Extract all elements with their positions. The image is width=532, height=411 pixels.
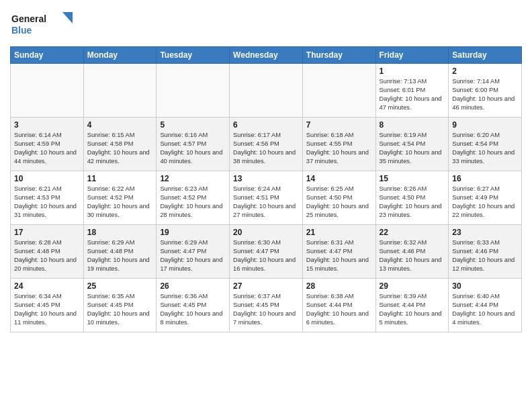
day-info: Sunrise: 6:25 AMSunset: 4:50 PMDaylight:… xyxy=(306,185,372,220)
col-header-wednesday: Wednesday xyxy=(230,47,303,64)
day-info: Sunrise: 6:29 AMSunset: 4:47 PMDaylight:… xyxy=(160,238,226,273)
day-info: Sunrise: 6:14 AMSunset: 4:59 PMDaylight:… xyxy=(14,131,80,166)
calendar-cell: 8Sunrise: 6:19 AMSunset: 4:54 PMDaylight… xyxy=(375,118,449,171)
day-info: Sunrise: 6:38 AMSunset: 4:44 PMDaylight:… xyxy=(306,292,372,327)
day-info: Sunrise: 6:22 AMSunset: 4:52 PMDaylight:… xyxy=(87,185,153,220)
calendar-cell: 29Sunrise: 6:39 AMSunset: 4:44 PMDayligh… xyxy=(375,279,449,332)
calendar-cell xyxy=(302,64,375,118)
day-number: 19 xyxy=(160,228,226,237)
calendar-cell: 13Sunrise: 6:24 AMSunset: 4:51 PMDayligh… xyxy=(230,171,303,225)
col-header-saturday: Saturday xyxy=(449,47,522,64)
calendar-cell: 28Sunrise: 6:38 AMSunset: 4:44 PMDayligh… xyxy=(302,279,375,332)
calendar-cell: 14Sunrise: 6:25 AMSunset: 4:50 PMDayligh… xyxy=(302,171,375,225)
day-number: 10 xyxy=(14,174,80,183)
calendar-cell: 9Sunrise: 6:20 AMSunset: 4:54 PMDaylight… xyxy=(449,118,522,171)
calendar-cell xyxy=(83,64,157,118)
day-info: Sunrise: 6:20 AMSunset: 4:54 PMDaylight:… xyxy=(452,131,518,166)
day-number: 3 xyxy=(14,120,80,130)
day-info: Sunrise: 6:16 AMSunset: 4:57 PMDaylight:… xyxy=(160,131,226,166)
day-info: Sunrise: 6:18 AMSunset: 4:55 PMDaylight:… xyxy=(306,131,372,166)
calendar-cell: 18Sunrise: 6:29 AMSunset: 4:48 PMDayligh… xyxy=(83,225,157,279)
calendar-cell: 12Sunrise: 6:23 AMSunset: 4:52 PMDayligh… xyxy=(157,171,230,225)
calendar-cell: 24Sunrise: 6:34 AMSunset: 4:45 PMDayligh… xyxy=(11,279,84,332)
day-info: Sunrise: 6:27 AMSunset: 4:49 PMDaylight:… xyxy=(452,185,518,220)
day-number: 14 xyxy=(306,174,372,183)
calendar-cell xyxy=(157,64,230,118)
day-info: Sunrise: 6:21 AMSunset: 4:53 PMDaylight:… xyxy=(14,185,80,220)
calendar-cell: 3Sunrise: 6:14 AMSunset: 4:59 PMDaylight… xyxy=(11,118,84,171)
day-number: 27 xyxy=(233,281,299,291)
calendar-cell: 6Sunrise: 6:17 AMSunset: 4:56 PMDaylight… xyxy=(230,118,303,171)
day-number: 5 xyxy=(160,120,226,130)
calendar-cell: 7Sunrise: 6:18 AMSunset: 4:55 PMDaylight… xyxy=(302,118,375,171)
day-number: 1 xyxy=(380,66,445,76)
day-info: Sunrise: 6:23 AMSunset: 4:52 PMDaylight:… xyxy=(160,185,226,220)
calendar-cell: 20Sunrise: 6:30 AMSunset: 4:47 PMDayligh… xyxy=(230,225,303,279)
calendar-page: General Blue SundayMondayTuesdayWednesda… xyxy=(0,0,532,339)
day-number: 29 xyxy=(380,281,445,291)
calendar-cell xyxy=(230,64,303,118)
svg-marker-2 xyxy=(62,12,73,24)
logo: General Blue xyxy=(10,10,74,42)
day-number: 6 xyxy=(233,120,299,130)
calendar-header-row: SundayMondayTuesdayWednesdayThursdayFrid… xyxy=(11,47,522,64)
day-info: Sunrise: 6:31 AMSunset: 4:47 PMDaylight:… xyxy=(306,238,372,273)
calendar-cell: 15Sunrise: 6:26 AMSunset: 4:50 PMDayligh… xyxy=(375,171,449,225)
calendar-cell: 22Sunrise: 6:32 AMSunset: 4:46 PMDayligh… xyxy=(375,225,449,279)
day-info: Sunrise: 6:33 AMSunset: 4:46 PMDaylight:… xyxy=(452,238,518,273)
calendar-week-row: 10Sunrise: 6:21 AMSunset: 4:53 PMDayligh… xyxy=(11,171,522,225)
day-number: 30 xyxy=(452,281,518,291)
calendar-cell: 26Sunrise: 6:36 AMSunset: 4:45 PMDayligh… xyxy=(157,279,230,332)
day-number: 24 xyxy=(14,281,80,291)
day-number: 20 xyxy=(233,228,299,237)
day-info: Sunrise: 6:26 AMSunset: 4:50 PMDaylight:… xyxy=(380,185,445,220)
day-number: 2 xyxy=(452,66,518,76)
day-number: 16 xyxy=(452,174,518,183)
day-info: Sunrise: 6:32 AMSunset: 4:46 PMDaylight:… xyxy=(380,238,445,273)
day-number: 9 xyxy=(452,120,518,130)
col-header-thursday: Thursday xyxy=(302,47,375,64)
day-number: 7 xyxy=(306,120,372,130)
col-header-friday: Friday xyxy=(375,47,449,64)
day-info: Sunrise: 6:37 AMSunset: 4:45 PMDaylight:… xyxy=(233,292,299,327)
calendar-cell: 17Sunrise: 6:28 AMSunset: 4:48 PMDayligh… xyxy=(11,225,84,279)
day-number: 15 xyxy=(380,174,445,183)
day-number: 26 xyxy=(160,281,226,291)
day-info: Sunrise: 6:28 AMSunset: 4:48 PMDaylight:… xyxy=(14,238,80,273)
day-number: 23 xyxy=(452,228,518,237)
svg-text:Blue: Blue xyxy=(11,25,32,36)
day-number: 8 xyxy=(380,120,445,130)
calendar-cell: 4Sunrise: 6:15 AMSunset: 4:58 PMDaylight… xyxy=(83,118,157,171)
day-info: Sunrise: 6:15 AMSunset: 4:58 PMDaylight:… xyxy=(87,131,153,166)
calendar-table: SundayMondayTuesdayWednesdayThursdayFrid… xyxy=(10,46,522,332)
day-info: Sunrise: 6:36 AMSunset: 4:45 PMDaylight:… xyxy=(160,292,226,327)
col-header-tuesday: Tuesday xyxy=(157,47,230,64)
calendar-cell: 1Sunrise: 7:13 AMSunset: 6:01 PMDaylight… xyxy=(375,64,449,118)
calendar-cell: 5Sunrise: 6:16 AMSunset: 4:57 PMDaylight… xyxy=(157,118,230,171)
day-number: 18 xyxy=(87,228,153,237)
day-number: 25 xyxy=(87,281,153,291)
day-number: 12 xyxy=(160,174,226,183)
calendar-cell: 21Sunrise: 6:31 AMSunset: 4:47 PMDayligh… xyxy=(302,225,375,279)
header: General Blue xyxy=(10,7,522,42)
day-number: 11 xyxy=(87,174,153,183)
calendar-week-row: 1Sunrise: 7:13 AMSunset: 6:01 PMDaylight… xyxy=(11,64,522,118)
calendar-cell: 27Sunrise: 6:37 AMSunset: 4:45 PMDayligh… xyxy=(230,279,303,332)
day-number: 22 xyxy=(380,228,445,237)
calendar-cell: 25Sunrise: 6:35 AMSunset: 4:45 PMDayligh… xyxy=(83,279,157,332)
calendar-week-row: 17Sunrise: 6:28 AMSunset: 4:48 PMDayligh… xyxy=(11,225,522,279)
logo-svg: General Blue xyxy=(10,10,74,42)
calendar-cell: 16Sunrise: 6:27 AMSunset: 4:49 PMDayligh… xyxy=(449,171,522,225)
calendar-cell: 19Sunrise: 6:29 AMSunset: 4:47 PMDayligh… xyxy=(157,225,230,279)
day-info: Sunrise: 6:34 AMSunset: 4:45 PMDaylight:… xyxy=(14,292,80,327)
col-header-sunday: Sunday xyxy=(11,47,84,64)
day-info: Sunrise: 7:13 AMSunset: 6:01 PMDaylight:… xyxy=(380,77,445,112)
day-info: Sunrise: 6:19 AMSunset: 4:54 PMDaylight:… xyxy=(380,131,445,166)
day-info: Sunrise: 7:14 AMSunset: 6:00 PMDaylight:… xyxy=(452,77,518,112)
calendar-cell: 30Sunrise: 6:40 AMSunset: 4:44 PMDayligh… xyxy=(449,279,522,332)
day-info: Sunrise: 6:39 AMSunset: 4:44 PMDaylight:… xyxy=(380,292,445,327)
day-info: Sunrise: 6:24 AMSunset: 4:51 PMDaylight:… xyxy=(233,185,299,220)
day-info: Sunrise: 6:29 AMSunset: 4:48 PMDaylight:… xyxy=(87,238,153,273)
calendar-cell: 10Sunrise: 6:21 AMSunset: 4:53 PMDayligh… xyxy=(11,171,84,225)
calendar-cell xyxy=(11,64,84,118)
